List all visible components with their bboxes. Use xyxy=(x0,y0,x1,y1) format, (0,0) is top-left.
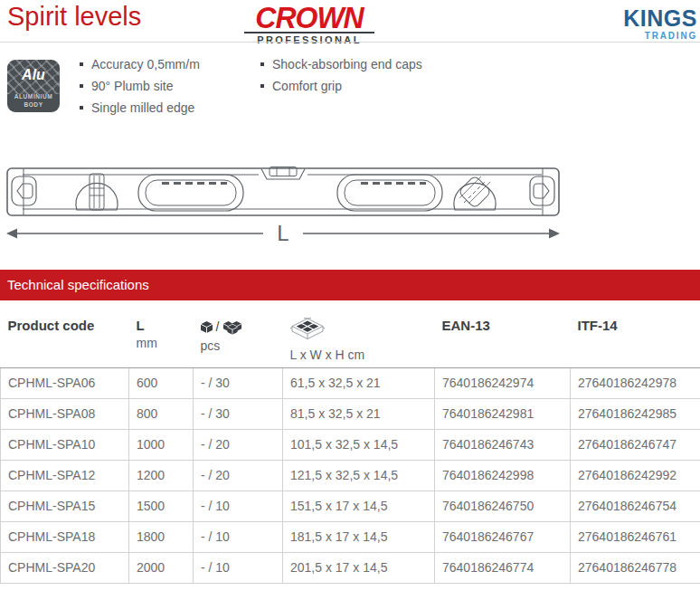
cell-pcs: - / 10 xyxy=(194,490,283,521)
bullet-icon xyxy=(260,84,264,88)
cell-pcs: - / 20 xyxy=(194,429,283,460)
cell-box-dimensions: 61,5 x 32,5 x 21 xyxy=(283,367,435,398)
feature-list-right: Shock-absorbing end caps Comfort grip xyxy=(260,58,422,101)
cell-product-code: CPHML-SPA20 xyxy=(1,552,129,583)
cell-box-dimensions: 201,5 x 17 x 14,5 xyxy=(283,552,435,583)
cell-product-code: CPHML-SPA08 xyxy=(1,398,129,429)
cell-pcs: - / 10 xyxy=(194,521,283,552)
cell-length: 800 xyxy=(129,398,194,429)
header-label: L xyxy=(137,318,145,333)
cell-length: 1500 xyxy=(129,490,194,521)
header-pcs-label: pcs xyxy=(201,338,278,353)
pcs-separator: / xyxy=(216,319,220,334)
crown-logo-text: CROWN xyxy=(244,3,374,32)
spirit-level-drawing: L xyxy=(5,163,562,246)
col-header-product-code: Product code xyxy=(1,306,129,367)
spec-table-header: Product code L mm / pcs xyxy=(1,306,700,367)
badge-caption-line1: ALUMINIUM xyxy=(14,93,53,100)
cell-ean13: 7640186242998 xyxy=(435,460,571,490)
cell-pcs: - / 10 xyxy=(194,552,283,583)
table-row: CPHML-SPA18 1800 - / 10 181,5 x 17 x 14,… xyxy=(1,521,700,552)
cell-ean13: 7640186246774 xyxy=(435,552,571,583)
header-label: Product code xyxy=(8,318,95,333)
cell-pcs: - / 30 xyxy=(194,367,283,398)
cell-length: 2000 xyxy=(129,552,194,583)
table-row: CPHML-SPA08 800 - / 30 81,5 x 32,5 x 21 … xyxy=(1,398,700,429)
spec-table-body: CPHML-SPA06 600 - / 30 61,5 x 32,5 x 21 … xyxy=(1,367,700,583)
col-header-itf14: ITF-14 xyxy=(571,306,700,367)
badge-caption: ALUMINIUM BODY xyxy=(7,92,60,109)
header-unit-label: mm xyxy=(137,336,188,350)
cell-pcs: - / 30 xyxy=(194,398,283,429)
cell-length: 1200 xyxy=(129,460,194,490)
cell-itf14: 27640186246778 xyxy=(571,552,700,583)
cell-itf14: 27640186246747 xyxy=(571,429,700,460)
feature-item: Shock-absorbing end caps xyxy=(260,58,422,71)
header-label: EAN-13 xyxy=(442,318,490,333)
feature-item: Comfort grip xyxy=(260,80,422,93)
badge-alu-label: Alu xyxy=(7,67,60,83)
cell-itf14: 27640186242992 xyxy=(571,460,700,490)
single-cube-icon xyxy=(201,321,213,333)
cell-product-code: CPHML-SPA06 xyxy=(1,367,129,398)
bullet-icon xyxy=(80,62,83,66)
cell-ean13: 7640186246743 xyxy=(435,429,571,460)
cell-box-dimensions: 121,5 x 32,5 x 14,5 xyxy=(283,460,435,490)
feature-text: Accuracy 0,5mm/m xyxy=(91,58,200,71)
feature-item: Accuracy 0,5mm/m xyxy=(80,58,200,71)
feature-list-left: Accuracy 0,5mm/m 90° Plumb site Single m… xyxy=(80,58,200,123)
cell-itf14: 27640186246754 xyxy=(571,490,700,521)
feature-text: Single milled edge xyxy=(91,101,194,115)
cell-length: 600 xyxy=(129,367,194,398)
table-row: CPHML-SPA12 1200 - / 20 121,5 x 32,5 x 1… xyxy=(1,460,700,490)
cell-box-dimensions: 151,5 x 17 x 14,5 xyxy=(283,490,435,521)
cell-product-code: CPHML-SPA18 xyxy=(1,521,129,552)
crown-professional-logo: CROWN PROFESSIONAL xyxy=(244,4,374,45)
header-label: ITF-14 xyxy=(578,318,618,333)
cell-itf14: 27640186242985 xyxy=(571,398,700,429)
aluminium-body-badge-icon: Alu ALUMINIUM BODY xyxy=(7,60,60,112)
cell-length: 1800 xyxy=(129,521,194,552)
dimension-label: L xyxy=(277,221,289,245)
table-row: CPHML-SPA06 600 - / 30 61,5 x 32,5 x 21 … xyxy=(1,367,700,398)
header-box-label: L x W x H cm xyxy=(290,348,430,362)
kings-logo-subtext: TRADING xyxy=(623,31,697,41)
cell-ean13: 7640186246750 xyxy=(435,490,571,521)
cell-pcs: - / 20 xyxy=(194,460,283,490)
col-header-ean13: EAN-13 xyxy=(435,306,571,367)
cell-length: 1000 xyxy=(129,429,194,460)
feature-item: 90° Plumb site xyxy=(80,80,200,93)
spec-sheet-page: Spirit levels CROWN PROFESSIONAL KINGS T… xyxy=(0,0,700,600)
cell-box-dimensions: 81,5 x 32,5 x 21 xyxy=(283,398,435,429)
cell-ean13: 7640186246767 xyxy=(435,521,571,552)
table-row: CPHML-SPA15 1500 - / 10 151,5 x 17 x 14,… xyxy=(1,490,700,521)
spec-table: Product code L mm / pcs xyxy=(0,306,700,584)
cell-box-dimensions: 181,5 x 17 x 14,5 xyxy=(283,521,435,552)
cell-itf14: 27640186242978 xyxy=(571,367,700,398)
section-header-technical-specifications: Technical specifications xyxy=(0,270,700,300)
col-header-box-dimensions: L x W x H cm xyxy=(283,306,435,367)
cell-product-code: CPHML-SPA10 xyxy=(1,429,129,460)
cell-ean13: 7640186242981 xyxy=(435,398,571,429)
col-header-length: L mm xyxy=(129,306,194,367)
bullet-icon xyxy=(80,106,83,110)
bullet-icon xyxy=(260,62,264,66)
open-carton-icon xyxy=(290,318,325,342)
cell-ean13: 7640186242974 xyxy=(435,367,571,398)
cell-product-code: CPHML-SPA15 xyxy=(1,490,129,521)
cube-stack-icon xyxy=(222,319,242,335)
table-row: CPHML-SPA20 2000 - / 10 201,5 x 17 x 14,… xyxy=(1,552,700,583)
bullet-icon xyxy=(80,84,83,88)
feature-text: Comfort grip xyxy=(272,80,342,93)
section-title: Technical specifications xyxy=(7,277,149,292)
badge-caption-line2: BODY xyxy=(24,101,43,108)
kings-logo-text: KINGS xyxy=(623,7,697,30)
cell-itf14: 27640186246761 xyxy=(571,521,700,552)
col-header-packaging: / pcs xyxy=(194,306,283,367)
cell-product-code: CPHML-SPA12 xyxy=(1,460,129,490)
feature-text: Shock-absorbing end caps xyxy=(272,58,422,71)
page-title: Spirit levels xyxy=(7,2,141,32)
table-row: CPHML-SPA10 1000 - / 20 101,5 x 32,5 x 1… xyxy=(1,429,700,460)
feature-item: Single milled edge xyxy=(80,101,200,115)
kings-trading-logo: KINGS TRADING xyxy=(623,7,697,41)
